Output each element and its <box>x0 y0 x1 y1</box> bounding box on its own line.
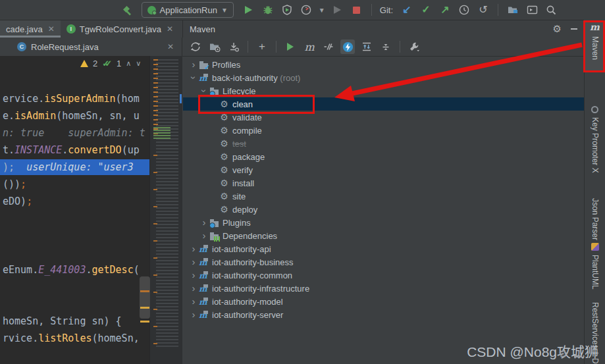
maven-toolbar: + m <box>183 38 589 56</box>
warning-count: 2 <box>93 59 97 68</box>
chevron-right-icon[interactable]: › <box>199 231 209 240</box>
tree-row-install[interactable]: ⚙install <box>183 176 584 190</box>
chevron-up-icon[interactable]: ∧ <box>126 59 131 68</box>
annotation-box-maven-button <box>583 20 605 72</box>
tree-row-iot-authority-business[interactable]: ›miot-authority-business <box>183 255 584 269</box>
warning-marker <box>140 321 149 323</box>
minimize-icon <box>574 355 582 357</box>
tree-row-iot-authority-infrastructure[interactable]: ›miot-authority-infrastructure <box>183 282 584 295</box>
tree-row-package[interactable]: ⚙package <box>183 150 584 163</box>
toolwindow-label: Key Promoter X <box>591 117 600 173</box>
code-line: eDO); <box>3 194 32 209</box>
project-folders-icon[interactable] <box>506 3 519 16</box>
tree-label: iot-authority-server <box>212 310 283 320</box>
tree-row-test[interactable]: ⚙test <box>183 137 584 150</box>
tree-label: install <box>232 178 254 188</box>
search-icon[interactable] <box>544 3 558 16</box>
gear-icon: ⚙ <box>219 178 229 188</box>
build-hammer-icon[interactable] <box>120 3 133 16</box>
generate-sources-icon[interactable] <box>207 39 222 54</box>
run-maven-build-icon[interactable] <box>283 39 298 54</box>
profiler-button[interactable] <box>300 3 313 16</box>
git-update-icon[interactable]: ↙ <box>400 3 413 16</box>
toolwindow-button-json-parser[interactable]: Json Parser <box>585 198 605 243</box>
tree-row-site[interactable]: ⚙site <box>183 190 584 203</box>
chevron-right-icon[interactable]: › <box>188 310 199 319</box>
gear-icon: ⚙ <box>219 152 229 162</box>
toolwindow-label: PlantUML <box>591 255 600 290</box>
debug-button[interactable] <box>261 3 275 16</box>
toolwindow-button-key-promoter-x[interactable]: Key Promoter X <box>585 106 605 198</box>
tab-rolerequest-java[interactable]: C RoleRequest.java ✕ <box>0 38 182 56</box>
chevron-right-icon[interactable]: › <box>188 297 199 306</box>
terminal-window-icon[interactable] <box>525 3 539 16</box>
git-commit-icon[interactable]: ✓ <box>419 3 433 16</box>
maven-module-icon: m <box>199 310 209 320</box>
key-promoter-icon <box>591 106 598 113</box>
profiler-chevron-icon[interactable]: ▼ <box>319 7 325 14</box>
toolwindow-button-plantuml[interactable]: PlantUML <box>585 243 605 301</box>
class-icon: C <box>17 42 26 51</box>
chevron-right-icon[interactable]: › <box>199 218 209 227</box>
tree-row-Dependencies[interactable]: ›Dependencies <box>183 229 584 242</box>
tree-row-Plugins[interactable]: ›Plugins <box>183 216 584 229</box>
tab-label: TgwRoleConvert.java <box>80 24 161 34</box>
tree-label: Profiles <box>212 60 240 70</box>
tree-row-verify[interactable]: ⚙verify <box>183 163 584 176</box>
tree-row-iot-authority-server[interactable]: ›miot-authority-server <box>183 308 584 321</box>
toggle-offline-mode-icon[interactable] <box>340 39 355 54</box>
tree-row-Profiles[interactable]: ›Profiles <box>183 58 584 71</box>
stop-button[interactable] <box>350 3 363 16</box>
tree-row-compile[interactable]: ⚙compile <box>183 124 584 137</box>
chevron-right-icon[interactable]: › <box>188 271 199 280</box>
chevron-right-icon[interactable]: › <box>188 284 199 293</box>
close-icon[interactable]: ✕ <box>48 24 55 34</box>
run-with-coverage-button[interactable] <box>280 3 294 16</box>
code-editor[interactable]: ervice.isSuperAdmin(home.isAdmin(homeSn,… <box>0 56 182 364</box>
tree-label: deploy <box>232 205 257 215</box>
maven-settings-icon[interactable] <box>407 39 421 54</box>
git-push-icon[interactable]: ↗ <box>438 3 452 16</box>
chevron-right-icon[interactable]: › <box>188 244 199 253</box>
run-button[interactable] <box>242 3 255 16</box>
execute-maven-goal-icon[interactable]: m <box>302 39 317 54</box>
expand-dependencies-icon[interactable] <box>359 39 374 54</box>
run-configuration-select[interactable]: ApplicationRun ▼ <box>142 2 234 18</box>
tree-label: iot-authority-common <box>212 271 292 280</box>
warning-marker <box>140 307 149 309</box>
close-icon[interactable]: ✕ <box>167 24 173 34</box>
code-line: t.INSTANCE.convertDO(up <box>3 142 140 158</box>
editor-scrollbar-thumb[interactable] <box>140 276 150 319</box>
refresh-icon[interactable] <box>188 39 203 54</box>
tab-tgwroleconvert-java[interactable]: I TgwRoleConvert.java ✕ <box>61 20 179 38</box>
minimize-icon[interactable] <box>571 28 577 30</box>
skip-tests-icon[interactable] <box>321 39 336 54</box>
interface-icon: I <box>66 24 76 34</box>
tree-row-back-iot-authority[interactable]: ›mback-iot-authority (root) <box>183 71 584 84</box>
git-rollback-icon[interactable]: ↺ <box>477 3 490 16</box>
close-icon[interactable]: ✕ <box>167 42 174 51</box>
toolbar-separator <box>276 41 276 53</box>
tab-cade-java[interactable]: cade.java ✕ <box>0 20 61 38</box>
tree-label: iot-authority-business <box>212 257 294 267</box>
tree-row-iot-authority-model[interactable]: ›miot-authority-model <box>183 295 584 308</box>
inspection-widget[interactable]: 2 ✓✓ 1 ∧ ∨ <box>80 59 141 68</box>
gear-icon[interactable]: ⚙ <box>553 23 562 35</box>
download-sources-icon[interactable] <box>226 39 241 54</box>
toolbar-separator <box>371 4 372 16</box>
tree-row-iot-authority-common[interactable]: ›miot-authority-common <box>183 269 584 282</box>
code-minimap[interactable] <box>149 56 182 364</box>
folder-check-icon <box>199 60 209 70</box>
collapse-all-icon[interactable] <box>379 39 393 54</box>
chevron-right-icon[interactable]: › <box>188 257 199 267</box>
git-history-icon[interactable] <box>458 3 471 16</box>
tree-label: iot-authority-infrastructure <box>212 284 309 294</box>
tree-row-iot-authority-api[interactable]: ›miot-authority-api <box>183 242 584 255</box>
tree-row-deploy[interactable]: ⚙deploy <box>183 203 584 216</box>
chevron-down-icon[interactable]: ∨ <box>136 59 141 68</box>
add-maven-project-icon[interactable]: + <box>255 39 269 54</box>
gear-icon: ⚙ <box>558 348 567 360</box>
minimap-marks <box>153 127 171 139</box>
chevron-down-icon[interactable]: › <box>189 72 198 83</box>
chevron-right-icon[interactable]: › <box>188 60 199 69</box>
